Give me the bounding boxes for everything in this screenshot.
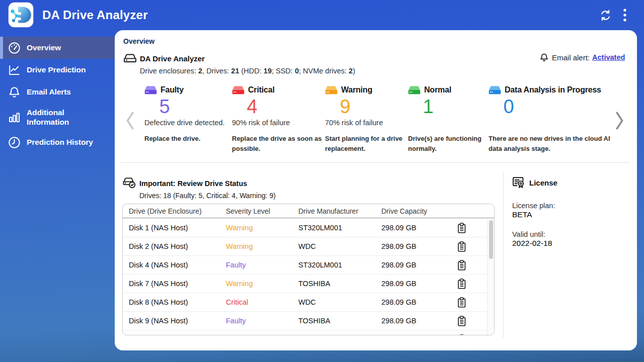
status-card-count: 1 [408, 96, 448, 117]
carousel-next-button[interactable] [614, 111, 625, 132]
app-title: DA Drive Analyzer [42, 0, 148, 30]
table-row: Disk 8 (NAS Host)CriticalWDC298.09 GB [123, 293, 487, 312]
top-bar: DA Drive Analyzer [0, 0, 644, 30]
cell-severity: Warning [226, 242, 253, 250]
copy-details-button[interactable] [456, 222, 468, 234]
cell-manufacturer: TOSHIBA [298, 280, 330, 288]
status-card-title: Data Analysis in Progress [505, 85, 601, 95]
email-alert-label: Email alert: [552, 53, 590, 62]
drive-status-title: Important: Review Drive Status [139, 179, 247, 188]
sidebar-item-label: Additional Information [27, 108, 82, 127]
cell-severity: Critical [226, 298, 248, 306]
cell-severity: Faulty [226, 261, 246, 269]
drive-icon [144, 86, 157, 95]
drive-icon [325, 86, 338, 95]
gauge-icon [8, 42, 21, 54]
cell-drive: Disk 8 (NAS Host) [129, 298, 188, 306]
section-divider [121, 162, 630, 163]
cell-drive: Disk 7 (NAS Host) [129, 280, 188, 288]
cell-manufacturer: ST320LM001 [298, 224, 342, 232]
cell-manufacturer: WDC [298, 298, 316, 306]
status-card-action: Drive(s) are functioning normally. [408, 134, 485, 153]
copy-details-button[interactable] [456, 278, 468, 290]
column-header: Drive (Drive Enclosure) [129, 207, 202, 215]
sidebar-item-drive-prediction[interactable]: Drive Prediction [0, 59, 115, 81]
drive-icon [489, 86, 501, 95]
line-chart-icon [8, 64, 21, 76]
cell-drive: Disk 1 (NAS Host) [129, 224, 188, 232]
scrollbar-thumb[interactable] [489, 220, 493, 259]
drive-icon [408, 86, 421, 95]
sidebar-item-email-alerts[interactable]: Email Alerts [0, 81, 115, 103]
table-row-partial [123, 330, 487, 335]
column-header: Severity Level [226, 207, 270, 215]
sidebar-item-additional-information[interactable]: Additional Information [0, 103, 115, 131]
summary-title: DA Drive Analyzer [140, 54, 205, 63]
table-scrollbar[interactable] [487, 219, 494, 335]
table-row: Disk 2 (NAS Host)WarningWDC298.09 GB [123, 237, 487, 256]
app-logo [8, 2, 34, 28]
drive-icon [123, 53, 137, 65]
status-card-count: 4 [232, 96, 272, 117]
table-row: Disk 7 (NAS Host)WarningTOSHIBA298.09 GB [123, 275, 487, 293]
refresh-icon [599, 10, 612, 21]
status-card-action: Start planning for a drive replacement. [325, 134, 406, 153]
chevron-left-icon [125, 111, 136, 131]
copy-details-button[interactable] [456, 296, 468, 308]
clipboard-icon [457, 223, 466, 233]
cell-capacity: 298.09 GB [381, 242, 416, 250]
clipboard-icon [457, 316, 466, 326]
sidebar-item-label: Email Alerts [27, 87, 71, 97]
table-row: Disk 4 (NAS Host)FaultyST320LM001298.09 … [123, 256, 487, 275]
cell-manufacturer: ST320LM001 [298, 261, 342, 269]
sidebar-item-label: Overview [27, 43, 61, 53]
copy-details-button[interactable] [456, 259, 468, 271]
license-valid-label: Valid until: [512, 230, 545, 238]
refresh-button[interactable] [598, 8, 613, 23]
cell-manufacturer: TOSHIBA [298, 317, 330, 325]
cell-severity: Faulty [226, 317, 246, 325]
sidebar-item-label: Prediction History [27, 137, 93, 147]
sidebar-item-prediction-history[interactable]: Prediction History [0, 131, 115, 153]
status-card-action: There are no new drives in the cloud AI … [489, 134, 612, 153]
drive-check-icon [123, 177, 136, 191]
license-valid-value: 2022-02-18 [512, 239, 552, 248]
sidebar: Overview Drive Prediction Email Alerts A… [0, 30, 115, 362]
clipboard-icon [457, 334, 466, 335]
cell-capacity: 298.09 GB [381, 280, 416, 288]
summary-detail: Drive enclosures: 2, Drives: 21 (HDD: 19… [140, 67, 355, 75]
table-header: Drive (Drive Enclosure) Severity Level D… [123, 204, 494, 218]
copy-details-button[interactable] [456, 240, 468, 252]
cell-severity: Warning [226, 280, 253, 288]
table-row: Disk 1 (NAS Host)WarningST320LM001298.09… [123, 219, 487, 237]
license-plan-value: BETA [512, 210, 532, 219]
carousel-prev-button[interactable] [125, 111, 136, 132]
sidebar-item-overview[interactable]: Overview [0, 37, 115, 59]
status-card-action: Replace the drive. [144, 134, 200, 144]
status-card-description: 70% risk of failure [325, 119, 383, 127]
drive-status-table: Drive (Drive Enclosure) Severity Level D… [122, 204, 495, 335]
copy-details-button[interactable] [456, 333, 468, 335]
cell-manufacturer: WDC [298, 242, 316, 250]
status-card-title: Normal [424, 85, 451, 95]
copy-details-button[interactable] [456, 315, 468, 327]
email-alert-activated-link[interactable]: Activated [592, 53, 625, 61]
status-card-count: 9 [325, 96, 365, 117]
drive-icon [232, 86, 245, 95]
clipboard-icon [457, 297, 466, 308]
bell-icon [540, 53, 548, 62]
more-menu-button[interactable] [619, 8, 631, 23]
table-row: Disk 9 (NAS Host)FaultyTOSHIBA298.09 GB [123, 312, 487, 330]
page-title: Overview [123, 37, 154, 45]
email-alert: Email alert: Activated [540, 53, 625, 62]
vertical-divider [503, 172, 504, 338]
column-header: Drive Capacity [381, 207, 427, 215]
cell-capacity: 298.09 GB [381, 298, 416, 306]
clock-icon [8, 136, 21, 149]
cell-capacity: 298.09 GB [381, 224, 416, 232]
chevron-right-icon [614, 111, 625, 131]
license-icon [512, 176, 524, 191]
status-card-action: Replace the drive as soon as possible. [232, 134, 324, 153]
bell-icon [8, 86, 21, 99]
bar-chart-icon [8, 111, 21, 124]
